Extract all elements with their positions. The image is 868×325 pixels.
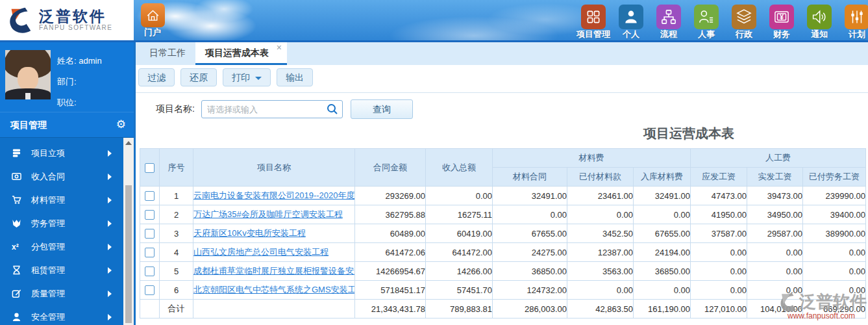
row-checkbox[interactable] xyxy=(145,285,155,295)
amount-cell: 0.00 xyxy=(426,187,493,205)
tab-2[interactable]: 项目运营成本表× xyxy=(195,40,287,65)
nav-portal[interactable]: 门户 xyxy=(140,3,166,37)
amount-cell: 23461.00 xyxy=(567,187,634,205)
row-select-cell[interactable] xyxy=(140,187,160,205)
amount-cell: 239990.00 xyxy=(803,187,866,205)
tab-close-icon[interactable]: × xyxy=(277,35,282,60)
amount-cell: 36850.00 xyxy=(493,262,567,281)
sidebar-item-label: 劳务管理 xyxy=(31,218,108,229)
table-row-4: 4山西弘文房地产总公司电气安装工程641472.06641472.0024275… xyxy=(140,243,866,262)
grid-icon xyxy=(581,5,606,29)
amount-cell: 39473.00 xyxy=(747,187,803,205)
row-select-cell[interactable] xyxy=(140,243,160,262)
nav-app-7[interactable]: 通知 xyxy=(800,5,838,39)
total-amount-cell: 286,003.00 xyxy=(493,300,567,318)
sidebar-section-header[interactable]: 项目管理 ⚙ xyxy=(0,112,134,138)
amount-cell: 0.00 xyxy=(567,281,634,300)
sidebar-item-label: 质量管理 xyxy=(31,288,108,300)
sidebar-scrollbar[interactable] xyxy=(123,138,134,325)
toolbar-button-4[interactable]: 输出 xyxy=(277,68,313,86)
hourglass-icon xyxy=(12,265,22,276)
chevron-right-icon xyxy=(108,220,112,227)
project-name-input[interactable] xyxy=(201,100,343,118)
toolbar-button-1[interactable]: 过滤 xyxy=(138,68,175,86)
watermark: 泛普软件 www.fanpusoft.com xyxy=(776,291,867,320)
nav-app-6[interactable]: ¥财务 xyxy=(763,5,800,39)
row-select-cell[interactable] xyxy=(140,262,160,281)
sidebar-item-3[interactable]: 材料管理 xyxy=(0,188,123,212)
query-button[interactable]: 查询 xyxy=(351,99,413,119)
nav-app-2[interactable]: 个人 xyxy=(612,5,650,39)
table-row-2: 2万达广场35#会所及咖啡厅空调安装工程362795.8816275.110.0… xyxy=(140,205,866,224)
row-select-cell[interactable] xyxy=(140,281,160,300)
total-name-cell xyxy=(193,300,355,318)
row-select-cell[interactable] xyxy=(140,205,160,224)
total-empty-cell xyxy=(140,300,160,318)
row-checkbox[interactable] xyxy=(145,210,155,220)
table-row-6: 6北京朝阳区电气中芯特气系统之GMS安装工程5718451.1757451.70… xyxy=(140,281,866,300)
project-name-link[interactable]: 天府新区10Kv变电所安装工程 xyxy=(193,228,306,238)
project-name-link[interactable]: 山西弘文房地产总公司电气安装工程 xyxy=(193,247,329,257)
row-number: 3 xyxy=(160,224,193,243)
chevron-right-icon xyxy=(108,150,112,157)
project-name-cell: 北京朝阳区电气中芯特气系统之GMS安装工程 xyxy=(193,281,355,300)
total-amount-cell: 42,863.50 xyxy=(567,300,634,318)
app-label: 项目管理 xyxy=(575,30,612,39)
project-name-link[interactable]: 成都杜甫草堂临时展厅独立展柜报警设备安装 xyxy=(193,266,355,276)
amount-cell: 0.00 xyxy=(691,281,747,300)
caret-down-icon xyxy=(255,77,262,80)
select-all-checkbox[interactable] xyxy=(145,163,155,173)
flow-icon xyxy=(656,5,681,29)
scrollbar-thumb[interactable] xyxy=(125,185,132,323)
project-name-cell: 天府新区10Kv变电所安装工程 xyxy=(193,224,355,243)
sidebar-item-7[interactable]: 质量管理 xyxy=(0,282,123,306)
table-row-3: 3天府新区10Kv变电所安装工程60489.0060419.0067655.00… xyxy=(140,224,866,243)
app-label: 财务 xyxy=(763,30,800,39)
nav-app-1[interactable]: 项目管理 xyxy=(575,5,612,39)
toolbar-button-3[interactable]: 打印 xyxy=(223,68,271,86)
amount-cell: 29587.00 xyxy=(747,224,803,243)
row-checkbox[interactable] xyxy=(145,191,155,201)
row-checkbox[interactable] xyxy=(145,266,155,276)
total-amount-cell: 161,190.00 xyxy=(634,300,691,318)
nav-app-8[interactable]: 计划 xyxy=(838,5,868,39)
edit-icon xyxy=(12,289,22,299)
db-icon xyxy=(12,148,22,159)
nav-app-3[interactable]: 流程 xyxy=(650,5,688,39)
project-name-cell: 万达广场35#会所及咖啡厅空调安装工程 xyxy=(193,205,355,224)
amount-cell: 14266.00 xyxy=(426,262,493,281)
header-col: 已付劳务工资 xyxy=(803,168,866,187)
row-number: 6 xyxy=(160,281,193,300)
amount-cell: 0.00 xyxy=(634,281,691,300)
row-select-cell[interactable] xyxy=(140,224,160,243)
amount-cell: 5718451.17 xyxy=(355,281,426,300)
fox-icon xyxy=(12,218,22,229)
nav-app-5[interactable]: 行政 xyxy=(725,5,763,39)
sidebar-item-4[interactable]: 劳务管理 xyxy=(0,212,123,235)
sidebar-item-8[interactable]: 安全管理 xyxy=(0,306,123,325)
sidebar-item-label: 安全管理 xyxy=(31,311,108,323)
portal-label: 门户 xyxy=(140,28,166,37)
project-name-link[interactable]: 万达广场35#会所及咖啡厅空调安装工程 xyxy=(193,209,343,219)
toolbar-button-2[interactable]: 还原 xyxy=(180,68,217,86)
sidebar-item-5[interactable]: x²分包管理 xyxy=(0,235,123,259)
project-name-link[interactable]: 云南电力设备安装有限公司2019--2020年度 xyxy=(193,190,355,200)
chevron-right-icon xyxy=(108,267,112,274)
row-checkbox[interactable] xyxy=(145,248,155,257)
search-icon[interactable] xyxy=(326,103,339,116)
sidebar-item-6[interactable]: 租赁管理 xyxy=(0,259,123,282)
watermark-url: www.fanpusoft.com xyxy=(776,311,867,320)
nav-app-4[interactable]: 人事 xyxy=(688,5,725,39)
gear-icon[interactable]: ⚙ xyxy=(116,112,126,137)
tab-1[interactable]: 日常工作 xyxy=(140,40,195,65)
row-number: 5 xyxy=(160,262,193,281)
row-checkbox[interactable] xyxy=(145,229,155,239)
header-select-all[interactable] xyxy=(140,149,160,187)
amount-cell: 47473.00 xyxy=(691,187,747,205)
sidebar-item-1[interactable]: 项目立项 xyxy=(0,142,123,165)
sidebar-item-2[interactable]: 收入合同 xyxy=(0,165,123,188)
money-icon: ¥ xyxy=(769,5,794,29)
project-name-link[interactable]: 北京朝阳区电气中芯特气系统之GMS安装工程 xyxy=(193,285,355,294)
scrollbar-up-arrow[interactable] xyxy=(125,141,132,145)
main-content: 日常工作项目运营成本表× 过滤还原打印输出 项目名称: 查询 项目运营成本表 序… xyxy=(134,40,868,325)
